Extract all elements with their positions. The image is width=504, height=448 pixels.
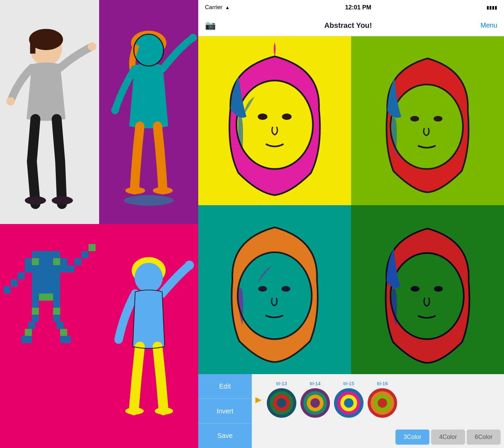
swatch-tri-13[interactable]: tri-13 [266, 381, 297, 418]
edit-button[interactable]: Edit [198, 374, 252, 399]
svg-rect-29 [32, 265, 39, 272]
swatch-tri-14[interactable]: tri-14 [300, 381, 330, 418]
svg-rect-48 [4, 286, 11, 294]
svg-rect-60 [53, 308, 60, 315]
svg-rect-52 [53, 286, 60, 294]
svg-rect-20 [46, 251, 53, 258]
svg-rect-42 [32, 279, 39, 286]
svg-rect-32 [53, 265, 60, 272]
face-dark-green-svg [351, 205, 504, 374]
svg-point-87 [258, 286, 267, 292]
status-bar: Carrier ▲ 12:01 PM ▮▮▮▮ [198, 0, 504, 15]
swatch-circle-13 [266, 388, 297, 418]
svg-rect-53 [32, 294, 39, 301]
svg-point-92 [411, 286, 419, 292]
svg-point-6 [25, 196, 46, 205]
svg-rect-36 [81, 251, 88, 258]
swatch-circle-16 [367, 388, 397, 418]
svg-rect-44 [46, 279, 53, 286]
svg-point-82 [410, 116, 419, 122]
art-cell-dark-green[interactable] [351, 205, 504, 374]
svg-point-74 [155, 407, 173, 414]
svg-point-71 [134, 263, 163, 293]
svg-rect-24 [39, 258, 46, 265]
svg-rect-35 [74, 258, 81, 265]
swatch-tri-16[interactable]: tri-16 [367, 381, 397, 418]
svg-rect-3 [30, 40, 36, 54]
svg-point-7 [52, 196, 73, 205]
face-green-svg [351, 36, 504, 205]
svg-point-77 [258, 114, 267, 120]
svg-point-102 [310, 398, 320, 408]
svg-point-83 [433, 116, 442, 122]
svg-rect-62 [53, 315, 60, 322]
color-palette-area: ▶ tri-13 tri-14 [252, 374, 504, 448]
ios-app-panel: Carrier ▲ 12:01 PM ▮▮▮▮ 📷 Abstract You! … [198, 0, 504, 448]
color-swatches: ▶ tri-13 tri-14 [255, 377, 501, 421]
save-button[interactable]: Save [198, 423, 252, 448]
svg-rect-45 [53, 279, 60, 286]
camera-icon[interactable]: 📷 [205, 20, 216, 31]
swatch-circle-14 [300, 388, 330, 418]
left-panel [0, 0, 198, 448]
svg-rect-50 [39, 286, 46, 294]
svg-point-88 [282, 286, 290, 292]
svg-rect-63 [28, 322, 35, 329]
battery-icon: ▮▮▮▮ [487, 5, 497, 10]
swatch-tri-15[interactable]: tri-15 [334, 381, 364, 418]
purple-figure-cell[interactable] [99, 0, 198, 224]
art-grid [198, 36, 504, 374]
flat-figure-svg [99, 224, 198, 448]
svg-rect-37 [88, 244, 95, 251]
tab-6color[interactable]: 6Color [467, 430, 501, 445]
svg-point-11 [189, 34, 197, 42]
nav-bar: 📷 Abstract You! Menu [198, 15, 504, 36]
svg-rect-47 [11, 279, 18, 286]
svg-rect-38 [32, 272, 39, 279]
svg-point-106 [344, 398, 353, 408]
svg-rect-56 [53, 294, 60, 301]
original-figure-svg [0, 0, 99, 224]
svg-rect-66 [60, 329, 67, 336]
svg-rect-57 [32, 301, 39, 308]
svg-rect-68 [60, 336, 71, 343]
menu-button[interactable]: Menu [480, 21, 497, 29]
svg-point-110 [378, 398, 387, 408]
svg-rect-64 [57, 322, 64, 329]
carrier-text: Carrier [205, 4, 222, 11]
svg-rect-30 [39, 265, 46, 272]
pixel-art-cell[interactable] [0, 224, 99, 448]
pixel-art-svg [0, 224, 99, 448]
art-cell-teal[interactable] [198, 205, 351, 374]
original-photo-cell[interactable] [0, 0, 99, 224]
svg-rect-58 [53, 301, 60, 308]
svg-rect-33 [60, 265, 67, 272]
face-yellow-svg [198, 36, 351, 205]
svg-rect-28 [25, 265, 32, 272]
face-teal-svg [198, 205, 351, 374]
svg-rect-46 [18, 272, 25, 279]
svg-rect-23 [32, 258, 39, 265]
svg-rect-65 [25, 329, 32, 336]
svg-rect-54 [39, 294, 46, 301]
svg-rect-55 [46, 294, 53, 301]
svg-point-4 [88, 42, 96, 51]
tab-3color[interactable]: 3Color [395, 430, 429, 445]
art-cell-green[interactable] [351, 36, 504, 205]
svg-point-78 [282, 114, 292, 120]
svg-rect-61 [32, 315, 39, 322]
svg-point-93 [434, 286, 443, 292]
flat-figure-cell[interactable] [99, 224, 198, 448]
svg-point-15 [124, 195, 174, 206]
svg-point-5 [6, 97, 15, 105]
art-cell-yellow[interactable] [198, 36, 351, 205]
svg-rect-27 [60, 258, 67, 265]
svg-rect-18 [32, 251, 39, 258]
svg-point-13 [125, 187, 145, 194]
invert-button[interactable]: Invert [198, 399, 252, 424]
wifi-icon: ▲ [225, 5, 230, 10]
tab-4color[interactable]: 4Color [431, 430, 465, 445]
svg-rect-39 [39, 272, 46, 279]
svg-point-14 [153, 187, 173, 194]
svg-point-73 [125, 407, 144, 414]
